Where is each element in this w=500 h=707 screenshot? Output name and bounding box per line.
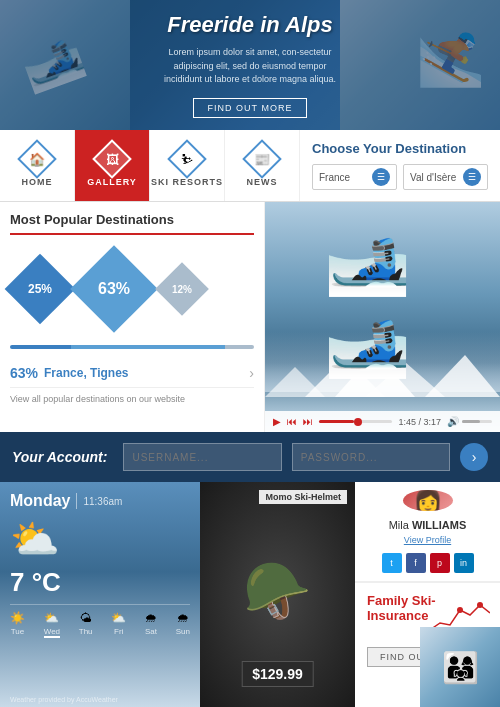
gallery-icon: 🖼 — [92, 139, 132, 179]
forecast-sun-icon: 🌧 — [177, 611, 189, 625]
forecast-fri-icon: ⛅ — [111, 611, 126, 625]
country-value: France — [319, 172, 368, 183]
popular-top-item[interactable]: 63% France, Tignes › — [10, 359, 254, 388]
volume-control: 🔊 — [447, 416, 492, 427]
ski-family-image: 👨‍👩‍👧 — [420, 627, 500, 707]
resort-dropdown[interactable]: Val d'Isère ☰ — [403, 164, 488, 190]
helmet-section: Momo Ski-Helmet 🪖 $129.99 — [200, 482, 355, 707]
nav-news[interactable]: 📰 NEWS — [225, 130, 300, 201]
forecast-wed-icon: ⛅ — [44, 611, 59, 625]
find-out-more-button[interactable]: FIND OUT MORE — [193, 98, 308, 118]
resort-value: Val d'Isère — [410, 172, 459, 183]
weather-attribution: Weather provided by AccuWeather — [10, 696, 118, 703]
helmet-price: $129.99 — [241, 661, 314, 687]
forecast-sun-label: Sun — [176, 627, 190, 636]
nav-dest-row: 🏠 HOME 🖼 GALLERY ⛷ SKI RESORTS 📰 NEWS Ch… — [0, 130, 500, 202]
stat-12-label: 12% — [172, 284, 192, 295]
account-row: Your Account: › — [0, 432, 500, 482]
next-button[interactable]: ⏭ — [303, 416, 313, 427]
profile-avatar: 👩 — [403, 490, 453, 511]
pinterest-button[interactable]: p — [430, 553, 450, 573]
play-button[interactable]: ▶ — [273, 416, 281, 427]
stats-diamonds-row: 25% 63% 12% — [10, 245, 254, 333]
prev-button[interactable]: ⏮ — [287, 416, 297, 427]
ski-video-section: 🎿🎿 ▶ ⏮ ⏭ 1:45 / 3:17 — [265, 202, 500, 432]
progress-bar-lightblue — [71, 345, 225, 349]
progress-bar — [10, 345, 254, 349]
insurance-section: Family Ski-Insurance FIND OUT MORE 👨‍👩‍👧 — [355, 582, 500, 707]
hero-content: Freeride in Alps Lorem ipsum dolor sit a… — [135, 12, 365, 118]
volume-icon: 🔊 — [447, 416, 459, 427]
weather-forecast: ☀️ Tue ⛅ Wed 🌤 Thu ⛅ Fri 🌧 Sat — [10, 604, 190, 638]
video-progress[interactable] — [319, 420, 392, 423]
nav-home[interactable]: 🏠 HOME — [0, 130, 75, 201]
destination-title: Choose Your Destination — [312, 141, 488, 156]
forecast-sun: 🌧 Sun — [176, 611, 190, 638]
hero-title: Freeride in Alps — [155, 12, 345, 38]
total-time: 3:17 — [423, 417, 441, 427]
country-dropdown[interactable]: France ☰ — [312, 164, 397, 190]
weather-temperature: 7 °C — [10, 567, 190, 598]
username-input[interactable] — [123, 443, 281, 471]
home-icon: 🏠 — [17, 139, 57, 179]
forecast-thu-label: Thu — [79, 627, 93, 636]
forecast-tue-label: Tue — [11, 627, 25, 636]
popular-percent: 63% — [10, 365, 38, 381]
hero-description: Lorem ipsum dolor sit amet, con-sectetur… — [155, 46, 345, 87]
forecast-thu-icon: 🌤 — [80, 611, 92, 625]
video-controls: ▶ ⏮ ⏭ 1:45 / 3:17 🔊 — [265, 411, 500, 432]
nav-ski-resorts[interactable]: ⛷ SKI RESORTS — [150, 130, 225, 201]
volume-fill — [462, 420, 480, 423]
weather-content: Monday 11:36am ⛅ 7 °C ☀️ Tue ⛅ Wed 🌤 Thu — [0, 482, 200, 648]
profile-first-name: Mila — [389, 519, 409, 531]
popular-section: Most Popular Destinations 25% 63% 12% 63… — [0, 202, 265, 432]
password-input[interactable] — [292, 443, 450, 471]
profile-section: 👩 Mila WILLIAMS View Profile t f p in Fa… — [355, 482, 500, 707]
ski-poles-visual: 🎿🎿 — [324, 217, 442, 381]
main-row: Most Popular Destinations 25% 63% 12% 63… — [0, 202, 500, 432]
news-icon: 📰 — [242, 139, 282, 179]
stat-63-label: 63% — [98, 280, 130, 298]
video-progress-fill — [319, 420, 354, 423]
destination-section: Choose Your Destination France ☰ Val d'I… — [300, 130, 500, 201]
stat-25-label: 25% — [28, 282, 52, 296]
profile-card: 👩 Mila WILLIAMS View Profile t f p in — [355, 482, 500, 582]
weather-day-name: Monday — [10, 492, 70, 510]
facebook-button[interactable]: f — [406, 553, 426, 573]
ski-visual: 🎿🎿 — [265, 202, 500, 432]
navigation: 🏠 HOME 🖼 GALLERY ⛷ SKI RESORTS 📰 NEWS — [0, 130, 300, 201]
forecast-sat: 🌧 Sat — [145, 611, 157, 638]
bottom-row: Monday 11:36am ⛅ 7 °C ☀️ Tue ⛅ Wed 🌤 Thu — [0, 482, 500, 707]
destination-dropdowns: France ☰ Val d'Isère ☰ — [312, 164, 488, 190]
weather-section: Monday 11:36am ⛅ 7 °C ☀️ Tue ⛅ Wed 🌤 Thu — [0, 482, 200, 707]
popular-title: Most Popular Destinations — [10, 212, 254, 235]
forecast-fri: ⛅ Fri — [111, 611, 126, 638]
stat-12: 12% — [158, 265, 206, 313]
profile-last-name: WILLIAMS — [412, 519, 466, 531]
twitter-button[interactable]: t — [382, 553, 402, 573]
forecast-wed: ⛅ Wed — [44, 611, 60, 638]
view-profile-link[interactable]: View Profile — [404, 535, 451, 545]
video-progress-dot — [354, 418, 362, 426]
volume-bar[interactable] — [462, 420, 492, 423]
stat-25: 25% — [10, 259, 70, 319]
login-button[interactable]: › — [460, 443, 488, 471]
profile-name: Mila WILLIAMS — [389, 519, 467, 531]
chevron-right-icon: › — [249, 365, 254, 381]
account-label: Your Account: — [12, 449, 107, 465]
current-time: 1:45 — [398, 417, 416, 427]
view-all-text: View all popular destinations on our web… — [10, 394, 254, 404]
resort-dropdown-icon: ☰ — [463, 168, 481, 186]
forecast-tue: ☀️ Tue — [10, 611, 25, 638]
forecast-thu: 🌤 Thu — [79, 611, 93, 638]
video-time: 1:45 / 3:17 — [398, 417, 441, 427]
nav-gallery[interactable]: 🖼 GALLERY — [75, 130, 150, 201]
weather-day-row: Monday 11:36am — [10, 492, 190, 510]
popular-label: France, Tignes — [44, 366, 249, 380]
ski-resorts-icon: ⛷ — [167, 139, 207, 179]
forecast-sat-icon: 🌧 — [145, 611, 157, 625]
svg-marker-3 — [265, 367, 325, 397]
forecast-fri-label: Fri — [114, 627, 123, 636]
progress-bar-blue — [10, 345, 71, 349]
linkedin-button[interactable]: in — [454, 553, 474, 573]
